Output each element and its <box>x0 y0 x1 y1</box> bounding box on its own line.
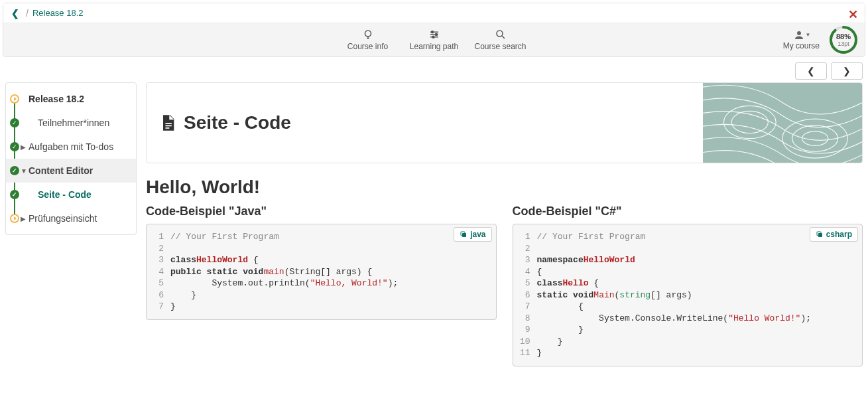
svg-rect-22 <box>462 233 466 237</box>
code-box-java: java 1// Your First Program 2 3class Hel… <box>146 224 497 320</box>
progress-points: 13pt <box>837 40 849 47</box>
hero-title: Seite - Code <box>147 112 291 133</box>
learning-path-label: Learning path <box>410 42 458 51</box>
play-status-icon <box>10 214 19 223</box>
play-status-icon <box>10 94 19 104</box>
sidebar-item-content-editor[interactable]: ▼ Content Editor <box>6 159 136 183</box>
my-course-label: My course <box>783 41 820 50</box>
user-icon <box>793 29 805 41</box>
svg-point-9 <box>497 31 503 37</box>
copy-icon <box>816 230 824 238</box>
svg-line-10 <box>502 36 505 39</box>
my-course-button[interactable]: ▼ My course <box>783 29 820 50</box>
sidebar-item-teilnehmer[interactable]: Teilnehmer*innen <box>6 111 136 135</box>
code-heading-java: Code-Beispiel "Java" <box>146 204 497 218</box>
lightbulb-icon <box>362 29 374 40</box>
learning-path-button[interactable]: Learning path <box>401 29 467 51</box>
sidebar-item-label: Release 18.2 <box>29 94 84 104</box>
course-info-button[interactable]: Course info <box>335 29 401 51</box>
chevron-right-icon: ▶ <box>21 143 26 151</box>
chevron-down-icon: ▼ <box>805 32 810 38</box>
code-column-java: Code-Beispiel "Java" java 1// Your First… <box>146 204 497 366</box>
back-button[interactable]: ❮ <box>9 8 22 19</box>
hero-banner: Seite - Code <box>146 82 863 163</box>
search-icon <box>495 29 507 40</box>
breadcrumb-row: ❮ / Release 18.2 ✕ <box>3 3 865 23</box>
document-icon <box>158 114 177 132</box>
chevron-right-icon: ▶ <box>21 215 26 222</box>
svg-point-0 <box>365 31 371 37</box>
top-bar: ❮ / Release 18.2 ✕ Course info Learning … <box>3 3 865 57</box>
breadcrumb-separator: / <box>26 8 29 19</box>
toolbar-row: Course info Learning path Course search … <box>3 23 865 56</box>
sidebar-item-label: Aufgaben mit To-dos <box>29 141 113 152</box>
code-box-csharp: csharp 1// Your First Program 2 3namespa… <box>513 224 863 366</box>
sidebar-item-label: Seite - Code <box>38 189 92 200</box>
breadcrumb-title[interactable]: Release 18.2 <box>32 8 84 18</box>
svg-point-7 <box>435 34 437 36</box>
sidebar-item-label: Teilnehmer*innen <box>38 118 109 128</box>
sliders-icon <box>428 29 440 40</box>
svg-point-6 <box>431 31 433 33</box>
copy-icon <box>460 230 467 238</box>
svg-rect-14 <box>166 123 172 124</box>
hero-title-text: Seite - Code <box>184 112 291 133</box>
sidebar-item-aufgaben[interactable]: ▶ Aufgaben mit To-dos <box>6 135 136 159</box>
main-layout: Release 18.2 Teilnehmer*innen ▶ Aufgaben… <box>0 80 868 369</box>
page-heading: Hello, World! <box>146 177 863 198</box>
sidebar: Release 18.2 Teilnehmer*innen ▶ Aufgaben… <box>5 82 137 235</box>
svg-point-20 <box>792 125 838 151</box>
course-info-label: Course info <box>347 42 388 51</box>
code-examples-row: Code-Beispiel "Java" java 1// Your First… <box>146 204 863 366</box>
copy-code-csharp-button[interactable]: csharp <box>810 227 858 242</box>
svg-point-11 <box>797 31 801 35</box>
sidebar-item-label: Prüfungseinsicht <box>29 213 97 224</box>
page-nav-arrows: ❮ ❯ <box>0 60 868 80</box>
course-search-button[interactable]: Course search <box>467 29 534 51</box>
sidebar-item-pruefung[interactable]: ▶ Prüfungseinsicht <box>6 206 136 230</box>
done-status-icon <box>10 142 19 151</box>
copy-code-java-button[interactable]: java <box>454 227 491 242</box>
sidebar-item-release[interactable]: Release 18.2 <box>6 87 136 111</box>
progress-ring[interactable]: 88% 13pt <box>829 25 858 54</box>
sidebar-item-label: Content Editor <box>29 165 93 176</box>
svg-rect-15 <box>166 125 172 127</box>
chevron-down-icon: ▼ <box>21 167 27 175</box>
svg-point-8 <box>432 36 434 38</box>
prev-page-button[interactable]: ❮ <box>795 62 827 80</box>
code-column-csharp: Code-Beispiel "C#" csharp 1// Your First… <box>513 204 863 366</box>
hero-art <box>703 83 862 163</box>
svg-rect-16 <box>166 127 170 129</box>
topographic-icon <box>703 83 862 163</box>
svg-rect-24 <box>818 233 822 237</box>
lang-label: java <box>470 229 485 240</box>
sidebar-item-seite-code[interactable]: Seite - Code <box>6 183 136 206</box>
progress-percent: 88% <box>836 33 851 40</box>
done-status-icon <box>10 118 19 127</box>
done-status-icon <box>10 166 19 175</box>
next-page-button[interactable]: ❯ <box>831 62 863 80</box>
lang-label: csharp <box>826 229 852 240</box>
content-area: Seite - Code <box>146 82 863 366</box>
close-button[interactable]: ✕ <box>848 7 858 22</box>
toolbar-right: ▼ My course 88% 13pt <box>783 25 858 54</box>
code-heading-csharp: Code-Beispiel "C#" <box>513 204 863 218</box>
course-search-label: Course search <box>474 42 526 51</box>
done-status-icon <box>10 190 19 199</box>
